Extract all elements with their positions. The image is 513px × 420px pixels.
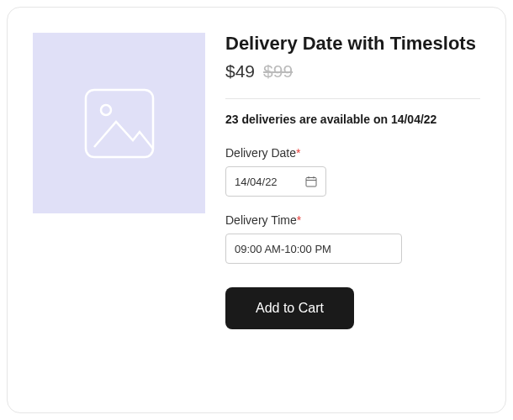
product-price: $49 bbox=[225, 61, 255, 81]
delivery-time-value: 09:00 AM-10:00 PM bbox=[235, 243, 331, 255]
delivery-time-group: Delivery Time* 09:00 AM-10:00 PM bbox=[225, 213, 480, 264]
svg-rect-2 bbox=[306, 178, 316, 187]
delivery-date-label: Delivery Date* bbox=[225, 146, 480, 160]
required-asterisk: * bbox=[296, 146, 300, 160]
delivery-time-label: Delivery Time* bbox=[225, 213, 480, 227]
calendar-icon bbox=[305, 176, 317, 187]
image-placeholder-icon bbox=[82, 87, 156, 160]
delivery-date-field[interactable] bbox=[225, 166, 326, 197]
product-image-placeholder bbox=[33, 33, 205, 213]
product-original-price: $99 bbox=[263, 61, 293, 81]
product-details: Delivery Date with Timeslots $49 $99 23 … bbox=[225, 33, 480, 387]
product-card: Delivery Date with Timeslots $49 $99 23 … bbox=[7, 7, 506, 413]
price-row: $49 $99 bbox=[225, 61, 480, 81]
delivery-date-input[interactable] bbox=[235, 176, 294, 188]
delivery-date-group: Delivery Date* bbox=[225, 146, 480, 197]
add-to-cart-button[interactable]: Add to Cart bbox=[225, 287, 354, 329]
availability-text: 23 deliveries are available on 14/04/22 bbox=[225, 113, 480, 126]
divider bbox=[225, 98, 480, 99]
svg-rect-0 bbox=[86, 90, 153, 157]
delivery-time-select[interactable]: 09:00 AM-10:00 PM bbox=[225, 234, 402, 264]
svg-point-1 bbox=[101, 105, 111, 115]
delivery-time-label-text: Delivery Time bbox=[225, 213, 297, 227]
delivery-date-label-text: Delivery Date bbox=[225, 146, 296, 160]
required-asterisk: * bbox=[297, 213, 301, 227]
product-title: Delivery Date with Timeslots bbox=[225, 33, 480, 55]
